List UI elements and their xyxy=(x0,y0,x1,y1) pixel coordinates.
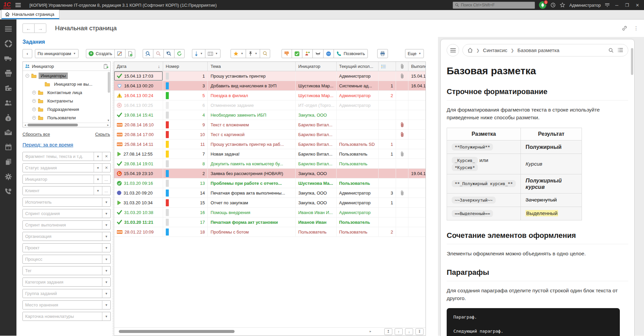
filter-input[interactable] xyxy=(23,244,102,252)
docs-search-icon[interactable] xyxy=(608,48,614,53)
task-number-cell[interactable]: 4 xyxy=(163,110,208,120)
task-attachment-cell[interactable] xyxy=(396,169,408,178)
task-row[interactable]: 31.03.20 10:3415Отчет по закупкамЗакупка… xyxy=(114,198,426,208)
task-executor-cell[interactable]: Администратор xyxy=(337,208,379,217)
pick-list-icon[interactable] xyxy=(103,64,108,69)
task-date-cell[interactable]: 31.03.20 11:21 xyxy=(114,217,163,227)
task-row[interactable]: 31.03.20 09:1613Проблемы при работе с от… xyxy=(114,178,426,188)
field-dropdown-icon[interactable]: ▼ xyxy=(102,278,110,286)
col-header-date[interactable]: Дата↓ xyxy=(114,62,163,71)
task-executor-cell[interactable]: Пользователь xyxy=(337,159,379,168)
field-clear-icon[interactable]: ✕ xyxy=(102,152,110,161)
task-theme-cell[interactable]: Проблемы при работе с отчето... xyxy=(208,178,295,188)
task-initiator-cell[interactable]: Иванов Иван xyxy=(296,217,337,227)
task-due-cell[interactable] xyxy=(408,120,426,129)
task-attachment-cell[interactable] xyxy=(396,91,408,100)
go-last-button[interactable]: ↧ xyxy=(415,328,424,335)
sidebar-section-phone-support[interactable] xyxy=(2,185,15,198)
task-executor-cell[interactable]: Администратор xyxy=(337,198,379,207)
view-mode-dropdown[interactable]: По инициаторам▼ xyxy=(35,49,79,58)
task-row[interactable]: 16.04.13 00:256Отмененное заданиеИТ-отде… xyxy=(114,100,426,110)
task-attachment-cell[interactable] xyxy=(396,110,408,120)
task-theme-cell[interactable]: Новая задача! xyxy=(208,149,295,159)
task-due-cell[interactable] xyxy=(408,208,426,217)
task-due-cell[interactable]: 15.04.1 xyxy=(408,71,426,81)
sidebar-section-menu[interactable] xyxy=(2,22,15,36)
nav-forward-button[interactable]: → xyxy=(34,24,46,33)
tree-expander-plus-icon[interactable]: + xyxy=(32,108,36,111)
task-theme-cell[interactable]: Добавить вид начисления в ЗУП xyxy=(208,81,295,90)
field-more-icon[interactable]: … xyxy=(102,186,110,195)
task-attachment-cell[interactable] xyxy=(396,149,408,159)
task-attachment-cell[interactable] xyxy=(396,139,408,149)
field-dropdown-icon[interactable]: ▼ xyxy=(102,255,110,263)
task-attachment-cell[interactable] xyxy=(396,188,408,198)
delegate-button[interactable] xyxy=(302,49,313,58)
tab-home-page[interactable]: Начальная страница xyxy=(1,10,59,19)
task-count-cell[interactable] xyxy=(379,159,396,168)
task-executor-cell[interactable]: Пользователь xyxy=(337,227,379,237)
task-initiator-cell[interactable]: Закупка, ООО xyxy=(296,110,337,120)
tree-item[interactable]: +Контрагенты xyxy=(23,97,110,105)
task-number-cell[interactable]: 18 xyxy=(163,227,208,237)
field-dropdown-icon[interactable]: ▼ xyxy=(102,301,110,309)
task-theme-cell[interactable]: Печатная форма акта выполненны... xyxy=(208,188,295,198)
go-down-button[interactable]: ↓ xyxy=(405,328,413,335)
filter-input[interactable] xyxy=(23,164,94,172)
sidebar-section-media[interactable] xyxy=(2,81,15,95)
task-initiator-cell[interactable]: Барилко Витал... xyxy=(296,120,337,129)
tree-item[interactable]: +Подразделения xyxy=(23,105,110,114)
task-executor-cell[interactable] xyxy=(337,120,379,129)
task-initiator-cell[interactable]: Барилко Витал... xyxy=(296,149,337,159)
task-due-cell[interactable]: 19.04.1 xyxy=(408,169,426,178)
sidebar-section-calendar[interactable]: 7 xyxy=(2,140,15,154)
breadcrumb-item-sintaksis[interactable]: Синтаксис xyxy=(483,47,507,53)
task-date-cell[interactable]: 16.04.13 00:24 xyxy=(114,91,163,100)
tree-item[interactable]: −Инициаторы xyxy=(23,72,110,80)
sidebar-section-lifebuoy[interactable] xyxy=(2,37,15,50)
sidebar-section-delivery[interactable] xyxy=(2,52,15,65)
col-header-count[interactable] xyxy=(379,62,396,71)
filter-input[interactable] xyxy=(23,175,94,183)
grid-horizontal-scrollbar[interactable] xyxy=(116,330,368,334)
cancel-search-button[interactable] xyxy=(163,49,175,58)
col-header-initiator[interactable]: Инициатор xyxy=(296,62,337,71)
restore-button[interactable]: ❐ xyxy=(624,3,630,8)
task-count-cell[interactable] xyxy=(379,110,396,120)
task-executor-cell[interactable]: Администратор xyxy=(337,100,379,110)
task-count-cell[interactable]: 1 xyxy=(379,198,396,207)
global-search-input[interactable]: Поиск Ctrl+Shift+F xyxy=(453,2,535,9)
task-row[interactable]: NEW25.08.14 14:1111Прошу установить прин… xyxy=(114,139,426,149)
comments-button[interactable] xyxy=(323,49,334,58)
tree-item[interactable]: +Пользователи xyxy=(23,114,110,122)
task-count-cell[interactable]: 1 xyxy=(379,149,396,159)
task-attachment-cell[interactable] xyxy=(396,208,408,217)
task-attachment-cell[interactable] xyxy=(396,81,408,90)
sort-dropdown[interactable]: ▼ xyxy=(192,49,205,58)
task-theme-cell[interactable]: Помощь внедрения xyxy=(208,208,295,217)
field-dropdown-icon[interactable]: ▼ xyxy=(94,164,102,172)
task-date-cell[interactable]: 27.08.14 12:55 xyxy=(114,149,163,159)
task-executor-cell[interactable]: Пользователь SD xyxy=(337,139,379,149)
task-attachment-cell[interactable] xyxy=(396,178,408,188)
notifications-bell-icon[interactable]: 1 xyxy=(539,1,546,9)
task-theme-cell[interactable]: Проблемы с ботом xyxy=(208,227,295,237)
task-initiator-cell[interactable] xyxy=(296,71,337,81)
dislike-button[interactable] xyxy=(282,49,292,58)
task-due-cell[interactable] xyxy=(408,130,426,139)
task-theme-cell[interactable]: Отмененное задание xyxy=(208,100,295,110)
task-due-cell[interactable]: 16.04.1 xyxy=(408,81,426,90)
task-executor-cell[interactable]: Администратор xyxy=(337,71,379,81)
sidebar-section-users[interactable] xyxy=(2,96,15,110)
filter-input[interactable] xyxy=(23,221,102,229)
field-dropdown-icon[interactable]: ▼ xyxy=(102,289,110,298)
task-theme-cell[interactable]: Поездка в филиал xyxy=(208,91,295,100)
task-number-cell[interactable]: 16 xyxy=(163,208,208,217)
task-due-cell[interactable] xyxy=(408,91,426,100)
task-number-cell[interactable]: 9 xyxy=(163,120,208,129)
task-due-cell[interactable] xyxy=(408,178,426,188)
task-theme-cell[interactable]: Прошу установить принтер xyxy=(208,71,295,81)
task-date-cell[interactable]: 31.03.20 10:34 xyxy=(114,198,163,207)
field-dropdown-icon[interactable]: ▼ xyxy=(102,221,110,229)
task-due-cell[interactable] xyxy=(408,227,426,237)
